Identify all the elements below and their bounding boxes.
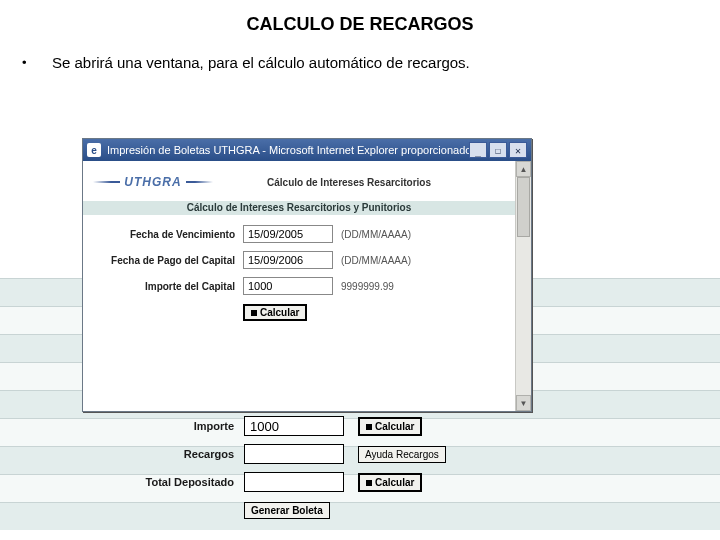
ayuda-recargos-label: Ayuda Recargos xyxy=(365,449,439,460)
section-band: Cálculo de Intereses Resarcitorios y Pun… xyxy=(83,201,515,215)
popup-subtitle: Cálculo de Intereses Resarcitorios xyxy=(213,177,505,188)
calcular-importe-button[interactable]: Calcular xyxy=(358,417,422,436)
window-close-button[interactable]: ✕ xyxy=(509,142,527,158)
hint-fecha-pago: (DD/MM/AAAA) xyxy=(333,255,411,266)
input-importe[interactable] xyxy=(244,416,344,436)
input-fecha-vencimiento[interactable] xyxy=(243,225,333,243)
generar-boleta-label: Generar Boleta xyxy=(251,505,323,516)
input-fecha-pago[interactable] xyxy=(243,251,333,269)
label-total-depositado: Total Depositado xyxy=(82,476,244,488)
window-minimize-button[interactable]: _ xyxy=(469,142,487,158)
generar-boleta-button[interactable]: Generar Boleta xyxy=(244,502,330,519)
ie-app-icon: e xyxy=(87,143,101,157)
square-bullet-icon xyxy=(251,310,257,316)
calcular-importe-label: Calcular xyxy=(375,421,414,432)
calcular-total-button[interactable]: Calcular xyxy=(358,473,422,492)
logo-text: UTHGRA xyxy=(120,175,185,189)
popup-calcular-button[interactable]: Calcular xyxy=(243,304,307,321)
uthgra-logo: UTHGRA xyxy=(93,170,213,194)
page-title: CALCULO DE RECARGOS xyxy=(0,0,720,53)
window-title-text: Impresión de Boletas UTHGRA - Microsoft … xyxy=(107,144,469,156)
label-importe: Importe xyxy=(82,420,244,432)
popup-window: e Impresión de Boletas UTHGRA - Microsof… xyxy=(82,138,532,412)
hint-importe-capital: 9999999.99 xyxy=(333,281,394,292)
hint-fecha-vencimiento: (DD/MM/AAAA) xyxy=(333,229,411,240)
label-importe-capital: Importe del Capital xyxy=(93,281,243,292)
label-recargos: Recargos xyxy=(82,448,244,460)
input-recargos[interactable] xyxy=(244,444,344,464)
popup-content: UTHGRA Cálculo de Intereses Resarcitorio… xyxy=(83,161,515,411)
label-fecha-pago: Fecha de Pago del Capital xyxy=(93,255,243,266)
scroll-down-button[interactable]: ▼ xyxy=(516,395,531,411)
calcular-total-label: Calcular xyxy=(375,477,414,488)
scroll-track[interactable] xyxy=(516,177,531,395)
scroll-up-button[interactable]: ▲ xyxy=(516,161,531,177)
scroll-thumb[interactable] xyxy=(517,177,530,237)
lower-form: Importe Calcular Recargos Ayuda Recargos… xyxy=(82,412,542,524)
window-titlebar[interactable]: e Impresión de Boletas UTHGRA - Microsof… xyxy=(83,139,531,161)
square-bullet-icon xyxy=(366,424,372,430)
input-total-depositado[interactable] xyxy=(244,472,344,492)
input-importe-capital[interactable] xyxy=(243,277,333,295)
ayuda-recargos-button[interactable]: Ayuda Recargos xyxy=(358,446,446,463)
bullet-text: Se abrirá una ventana, para el cálculo a… xyxy=(52,53,470,73)
bullet-dot: • xyxy=(22,53,52,73)
square-bullet-icon xyxy=(366,480,372,486)
label-fecha-vencimiento: Fecha de Vencimiento xyxy=(93,229,243,240)
vertical-scrollbar[interactable]: ▲ ▼ xyxy=(515,161,531,411)
bullet-item: • Se abrirá una ventana, para el cálculo… xyxy=(0,53,720,73)
popup-calcular-label: Calcular xyxy=(260,307,299,318)
window-maximize-button[interactable]: ☐ xyxy=(489,142,507,158)
